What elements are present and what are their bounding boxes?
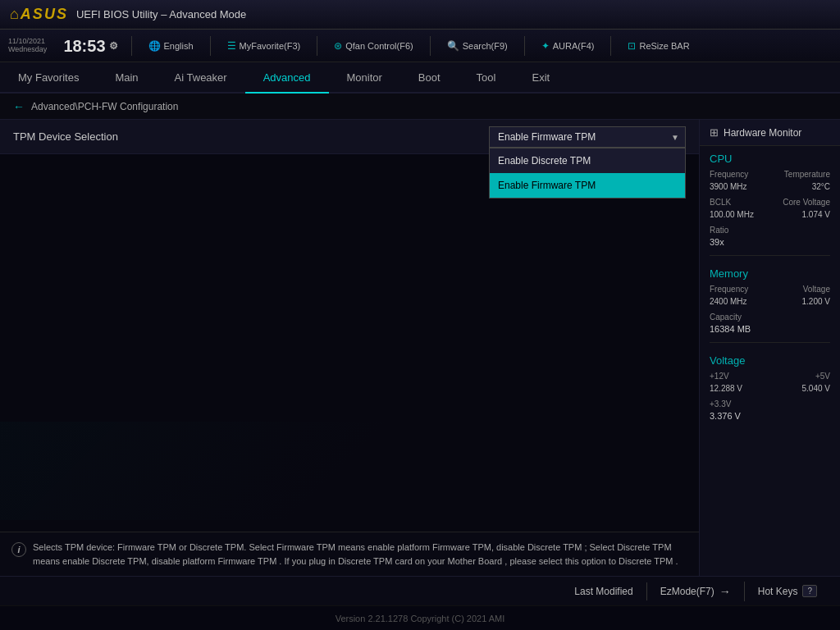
separator-6 xyxy=(610,36,611,56)
my-favorite-btn[interactable]: ☰ MyFavorite(F3) xyxy=(224,39,304,53)
nav-exit[interactable]: Exit xyxy=(514,62,568,94)
tpm-dropdown-menu: Enable Discrete TPM Enable Firmware TPM xyxy=(489,148,686,199)
last-modified-label: Last Modified xyxy=(574,586,632,597)
nav-boot[interactable]: Boot xyxy=(400,62,459,94)
cpu-ratio-row: Ratio xyxy=(700,224,840,236)
voltage-5v-label: +5V xyxy=(815,372,830,381)
resize-bar-btn[interactable]: ⊡ ReSize BAR xyxy=(624,39,692,53)
cpu-core-voltage-value: 1.074 V xyxy=(802,210,830,219)
qfan-btn[interactable]: ⊛ Qfan Control(F6) xyxy=(331,39,417,53)
tpm-select-display[interactable]: Enable Firmware TPM xyxy=(489,126,686,148)
voltage-33v-row: +3.3V xyxy=(700,398,840,410)
voltage-12v-row: +12V +5V xyxy=(700,370,840,382)
resize-icon: ⊡ xyxy=(628,40,636,52)
voltage-section-header: Voltage xyxy=(700,348,840,370)
settings-icon[interactable]: ⚙ xyxy=(109,41,118,51)
cpu-ratio-value: 39x xyxy=(700,236,840,250)
nav-monitor[interactable]: Monitor xyxy=(329,62,400,94)
back-arrow-icon[interactable]: ← xyxy=(13,100,25,113)
cpu-bclk-value: 100.00 MHz xyxy=(710,210,754,219)
aura-icon: ✦ xyxy=(541,40,550,52)
header-title: UEFI BIOS Utility – Advanced Mode xyxy=(76,8,246,21)
ez-mode-label: EzMode(F7) xyxy=(660,586,714,597)
monitor-icon: ⊞ xyxy=(710,126,719,139)
corner-decoration xyxy=(0,422,558,520)
voltage-12v-label: +12V xyxy=(710,372,729,381)
nav-my-favorites[interactable]: My Favorites xyxy=(0,62,97,94)
language-btn[interactable]: 🌐 English xyxy=(145,39,197,53)
nav-advanced[interactable]: Advanced xyxy=(245,62,329,94)
asus-logo: ⌂ASUS xyxy=(10,6,68,23)
nav-tool[interactable]: Tool xyxy=(459,62,514,94)
mem-frequency-label: Frequency xyxy=(710,285,748,294)
cpu-memory-divider xyxy=(710,255,830,256)
voltage-12v-value-row: 12.288 V 5.040 V xyxy=(700,382,840,395)
breadcrumb: ← Advanced\PCH-FW Configuration xyxy=(0,94,840,120)
main-area: TPM Device Selection Enable Firmware TPM… xyxy=(0,120,840,576)
hot-keys-btn[interactable]: Hot Keys ? xyxy=(745,582,830,600)
mem-frequency-row: Frequency Voltage xyxy=(700,283,840,295)
voltage-33v-label: +3.3V xyxy=(710,399,731,409)
info-text: Selects TPM device: Firmware TPM or Disc… xyxy=(33,542,678,566)
ez-mode-icon: → xyxy=(719,585,731,598)
cpu-ratio-label: Ratio xyxy=(710,226,728,235)
footer: Last Modified EzMode(F7) → Hot Keys ? xyxy=(0,576,840,605)
memory-voltage-divider xyxy=(710,342,830,343)
tpm-select-wrapper: Enable Firmware TPM ▼ Enable Discrete TP… xyxy=(489,126,686,148)
voltage-12v-value: 12.288 V xyxy=(710,384,742,393)
search-icon: 🔍 xyxy=(447,40,459,52)
cpu-frequency-label: Frequency xyxy=(710,170,748,179)
cpu-core-voltage-label: Core Voltage xyxy=(783,198,830,207)
bottom-bar: Version 2.21.1278 Copyright (C) 2021 AMI xyxy=(0,605,840,630)
cpu-section-header: CPU xyxy=(700,146,840,168)
search-btn[interactable]: 🔍 Search(F9) xyxy=(444,39,511,53)
cpu-bclk-label: BCLK xyxy=(710,198,731,207)
asus-logo-text: ⌂ASUS xyxy=(10,6,68,23)
tpm-option-firmware[interactable]: Enable Firmware TPM xyxy=(490,173,685,198)
fan-icon: ⊛ xyxy=(334,40,342,52)
mem-capacity-label: Capacity xyxy=(710,313,742,322)
mem-capacity-value: 16384 MB xyxy=(700,323,840,337)
mem-capacity-row: Capacity xyxy=(700,311,840,323)
time-display: 18:53 ⚙ xyxy=(63,38,117,54)
hot-keys-icon: ? xyxy=(802,585,817,597)
cpu-frequency-value: 3900 MHz xyxy=(710,182,747,191)
hot-keys-label: Hot Keys xyxy=(758,586,798,597)
ez-mode-btn[interactable]: EzMode(F7) → xyxy=(647,582,745,601)
nav-main[interactable]: Main xyxy=(97,62,156,94)
toolbar: 11/10/2021 Wednesday 18:53 ⚙ 🌐 English ☰… xyxy=(0,30,840,62)
datetime: 11/10/2021 Wednesday xyxy=(8,38,47,54)
cpu-bclk-row: BCLK Core Voltage xyxy=(700,196,840,208)
memory-section-header: Memory xyxy=(700,261,840,283)
mem-voltage-value: 1.200 V xyxy=(802,297,830,306)
cpu-temperature-label: Temperature xyxy=(784,170,830,179)
voltage-33v-value: 3.376 V xyxy=(700,410,840,424)
favorite-icon: ☰ xyxy=(227,40,236,52)
hw-monitor-title: ⊞ Hardware Monitor xyxy=(700,120,840,146)
separator-4 xyxy=(430,36,431,56)
version-text: Version 2.21.1278 Copyright (C) 2021 AMI xyxy=(336,614,505,623)
cpu-frequency-row: Frequency Temperature xyxy=(700,168,840,180)
info-icon: i xyxy=(11,542,26,557)
date-display: 11/10/2021 Wednesday xyxy=(8,38,47,54)
separator-2 xyxy=(210,36,211,56)
separator-5 xyxy=(524,36,525,56)
mem-voltage-label: Voltage xyxy=(803,285,830,294)
cpu-temperature-value: 32°C xyxy=(812,182,830,191)
tpm-option-discrete[interactable]: Enable Discrete TPM xyxy=(490,148,685,173)
separator-1 xyxy=(131,36,132,56)
separator-3 xyxy=(317,36,317,56)
voltage-5v-value: 5.040 V xyxy=(802,384,830,393)
globe-icon: 🌐 xyxy=(148,40,161,52)
info-box: i Selects TPM device: Firmware TPM or Di… xyxy=(0,532,699,576)
tpm-row: TPM Device Selection Enable Firmware TPM… xyxy=(0,120,699,154)
nav-ai-tweaker[interactable]: Ai Tweaker xyxy=(157,62,245,94)
aura-btn[interactable]: ✦ AURA(F4) xyxy=(538,39,598,53)
cpu-bclk-value-row: 100.00 MHz 1.074 V xyxy=(700,208,840,221)
hw-monitor-label: Hardware Monitor xyxy=(724,127,801,139)
mem-frequency-value-row: 2400 MHz 1.200 V xyxy=(700,295,840,308)
header: ⌂ASUS UEFI BIOS Utility – Advanced Mode xyxy=(0,0,840,30)
last-modified-btn[interactable]: Last Modified xyxy=(561,582,646,600)
nav-bar: My Favorites Main Ai Tweaker Advanced Mo… xyxy=(0,62,840,94)
mem-frequency-value: 2400 MHz xyxy=(710,297,747,306)
